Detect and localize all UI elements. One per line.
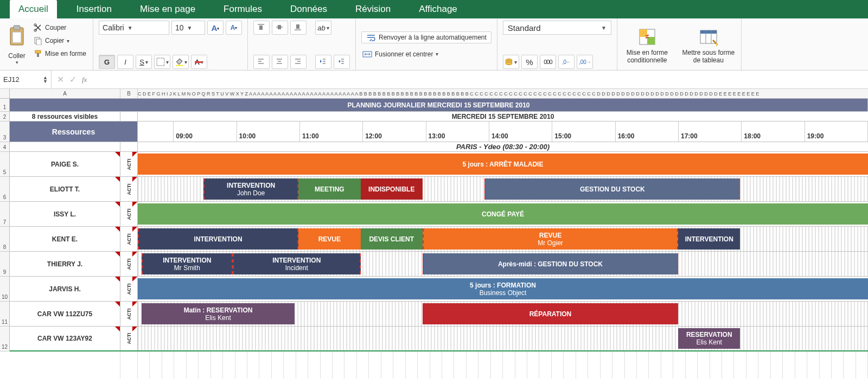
cell-title[interactable]: PLANNING JOURNALIER MERCREDI 15 SEPTEMBR… <box>10 99 868 111</box>
align-bottom-button[interactable] <box>290 21 307 35</box>
align-middle-button[interactable] <box>272 21 288 35</box>
timeline-kent[interactable]: INTERVENTION REVUE DEVIS CLIENT REVUEMr … <box>138 227 868 251</box>
acti-issy[interactable]: ACTI <box>120 202 138 226</box>
timeline-car1[interactable]: Matin : RESERVATIONElis Kent RÉPARATION <box>138 302 868 326</box>
wrap-text-button[interactable]: Renvoyer à la ligne automatiquement <box>361 31 492 43</box>
font-size-select[interactable]: 10▼ <box>171 21 205 35</box>
shrink-font-button[interactable]: A▾ <box>226 21 242 35</box>
acti-jarvis[interactable]: ACTI <box>120 277 138 301</box>
indent-dec-button[interactable] <box>315 55 331 69</box>
bar-kent-intervention1[interactable]: INTERVENTION <box>138 228 298 250</box>
italic-button[interactable]: I <box>117 55 133 69</box>
row-header-12[interactable]: 12 <box>0 327 10 351</box>
bold-button[interactable]: G <box>99 55 115 69</box>
time-header-row[interactable]: 09:00 10:00 11:00 12:00 13:00 14:00 15:0… <box>138 122 868 142</box>
resource-name-thierry[interactable]: THIERRY J. <box>10 252 120 276</box>
bar-thierry-stock[interactable]: Après-midi : GESTION DU STOCK <box>423 253 678 274</box>
timeline-car2[interactable]: RESERVATIONElis Kent <box>138 327 868 350</box>
cell-b2[interactable] <box>120 112 138 121</box>
format-painter-button[interactable]: Mise en forme <box>33 49 87 59</box>
grow-font-button[interactable]: A▴ <box>207 21 224 35</box>
col-header-B[interactable]: B <box>120 89 138 98</box>
bar-eliott-meeting[interactable]: MEETING <box>298 178 360 200</box>
timeline-jarvis[interactable]: 5 jours : FORMATIONBusiness Object <box>138 277 868 301</box>
bar-paige-maladie[interactable]: 5 jours : ARRÊT MALADIE <box>138 154 868 175</box>
font-name-select[interactable]: Calibri▼ <box>99 21 169 35</box>
bar-eliott-stock[interactable]: GESTION DU STOCK <box>484 178 740 200</box>
tab-accueil[interactable]: Accueil <box>10 0 57 18</box>
copy-button[interactable]: Copier▾ <box>33 36 87 46</box>
bar-kent-revue2[interactable]: REVUEMr Ogier <box>423 228 678 250</box>
cell-site-header[interactable]: PARIS - Ydeo (08:30 - 20:00) <box>138 142 868 151</box>
resource-name-paige[interactable]: PAIGE S. <box>10 152 120 176</box>
row-header-11[interactable]: 11 <box>0 302 10 327</box>
namebox-spinner[interactable]: ▲▼ <box>43 76 48 84</box>
tab-donnees[interactable]: Données <box>282 0 336 18</box>
tab-formules[interactable]: Formules <box>215 0 271 18</box>
tab-insertion[interactable]: Insertion <box>68 0 120 18</box>
resource-name-car1[interactable]: CAR VW 112ZU75 <box>10 302 120 326</box>
dec-decimal-button[interactable]: ,00→ <box>577 55 593 69</box>
tab-revision[interactable]: Révision <box>347 0 399 18</box>
resource-name-issy[interactable]: ISSY L. <box>10 202 120 226</box>
tab-mise-en-page[interactable]: Mise en page <box>131 0 204 18</box>
cond-format-button[interactable]: ≠ Mise en forme conditionnelle <box>623 26 672 64</box>
bar-car1-reparation[interactable]: RÉPARATION <box>423 303 678 324</box>
paste-button[interactable] <box>5 21 28 51</box>
align-right-button[interactable] <box>290 55 307 69</box>
acti-eliott[interactable]: ACTI <box>120 177 138 201</box>
select-all-corner[interactable] <box>0 89 10 98</box>
align-top-button[interactable] <box>253 21 270 35</box>
acti-paige[interactable]: ACTI <box>120 152 138 176</box>
merge-center-button[interactable]: Fusionner et centrer▾ <box>361 50 492 59</box>
bar-jarvis-formation[interactable]: 5 jours : FORMATIONBusiness Object <box>138 278 868 299</box>
cell-a4[interactable] <box>10 142 120 151</box>
bar-thierry-smith[interactable]: INTERVENTIONMr Smith <box>142 253 233 274</box>
resource-name-kent[interactable]: KENT E. <box>10 227 120 251</box>
cell-resource-count[interactable]: 8 ressources visibles <box>10 112 120 121</box>
cell-resources-header[interactable]: Ressources <box>10 122 138 142</box>
number-format-select[interactable]: Standard▼ <box>503 21 611 35</box>
resource-name-eliott[interactable]: ELIOTT T. <box>10 177 120 201</box>
orientation-button[interactable]: ab▾ <box>315 21 331 35</box>
bar-eliott-indisponible[interactable]: INDISPONIBLE <box>361 178 423 200</box>
row-header-10[interactable]: 10 <box>0 277 10 302</box>
bar-kent-devis[interactable]: DEVIS CLIENT <box>361 228 423 250</box>
indent-inc-button[interactable] <box>334 55 350 69</box>
acti-thierry[interactable]: ACTI <box>120 252 138 276</box>
row-header-2[interactable]: 2 <box>0 112 10 122</box>
fill-color-button[interactable]: ▾ <box>173 55 189 69</box>
bar-issy-conge[interactable]: CONGÉ PAYÉ <box>138 203 868 225</box>
borders-button[interactable]: ▾ <box>154 55 170 69</box>
underline-button[interactable]: S▾ <box>136 55 152 69</box>
resource-name-jarvis[interactable]: JARVIS H. <box>10 277 120 301</box>
timeline-paige[interactable]: 5 jours : ARRÊT MALADIE <box>138 152 868 176</box>
format-table-button[interactable]: Mettre sous forme de tableau <box>681 26 736 64</box>
paste-dropdown[interactable]: ▾ <box>16 60 18 65</box>
acti-kent[interactable]: ACTI <box>120 227 138 251</box>
align-left-button[interactable] <box>253 55 270 69</box>
cancel-formula-button[interactable]: ✕ <box>57 74 64 85</box>
font-color-button[interactable]: A▾ <box>191 55 207 69</box>
timeline-eliott[interactable]: INTERVENTIONJohn Doe MEETING INDISPONIBL… <box>138 177 868 201</box>
accept-formula-button[interactable]: ✓ <box>69 74 76 85</box>
cut-button[interactable]: Couper <box>33 23 87 33</box>
bar-car2-reservation[interactable]: RESERVATIONElis Kent <box>678 328 740 349</box>
row-header-8[interactable]: 8 <box>0 227 10 252</box>
row-header-5[interactable]: 5 <box>0 152 10 177</box>
row-header-6[interactable]: 6 <box>0 177 10 202</box>
row-header-7[interactable]: 7 <box>0 202 10 227</box>
tab-affichage[interactable]: Affichage <box>410 0 466 18</box>
cell-b4[interactable] <box>120 142 138 151</box>
row-header-1[interactable]: 1 <box>0 99 10 112</box>
currency-button[interactable]: ▾ <box>503 55 519 69</box>
bar-thierry-incident[interactable]: INTERVENTIONIncident <box>233 253 361 274</box>
acti-car2[interactable]: ACTI <box>120 327 138 350</box>
bar-kent-revue1[interactable]: REVUE <box>298 228 360 250</box>
comma-button[interactable]: 000 <box>540 55 556 69</box>
row-headers[interactable]: 1 2 3 4 5 6 7 8 9 10 11 12 <box>0 99 10 351</box>
acti-car1[interactable]: ACTI <box>120 302 138 326</box>
row-header-3[interactable]: 3 <box>0 122 10 142</box>
timeline-issy[interactable]: CONGÉ PAYÉ <box>138 202 868 226</box>
column-headers[interactable]: A B C D E F G H I J K L M N O P Q R S T … <box>0 89 868 99</box>
